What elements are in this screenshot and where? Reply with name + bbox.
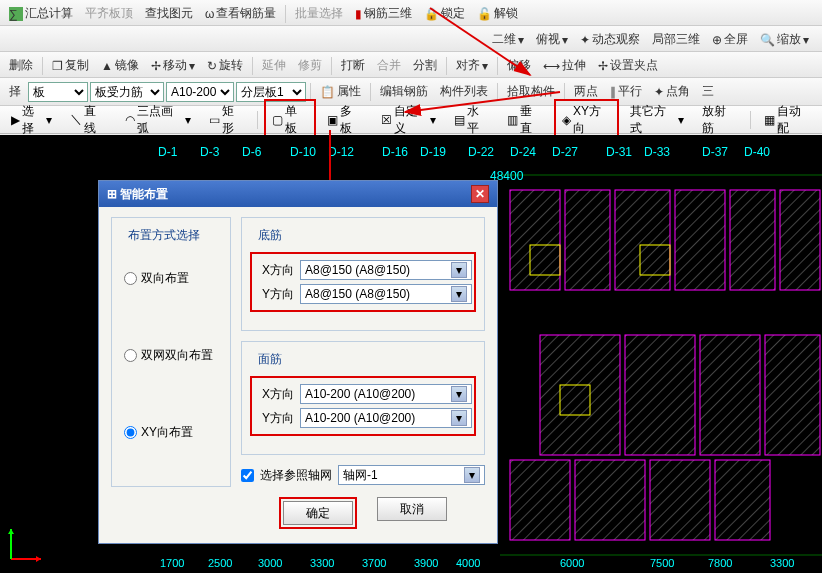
board-select[interactable]: 板	[28, 82, 88, 102]
axis-d10: D-10	[290, 145, 316, 159]
split-button[interactable]: 分割	[408, 54, 442, 77]
radio-xy-input[interactable]	[124, 426, 137, 439]
local-3d-button[interactable]: 局部三维	[647, 28, 705, 51]
ok-button[interactable]: 确定	[283, 501, 353, 525]
mirror-button[interactable]: ▲ 镜像	[96, 54, 144, 77]
bottom-x-label: X方向	[254, 262, 294, 279]
radio-dblnet-input[interactable]	[124, 349, 137, 362]
multi-board-opt[interactable]: ▣ 多板	[320, 100, 370, 140]
align-button[interactable]: 对齐 ▾	[451, 54, 493, 77]
radio-xy-label: XY向布置	[141, 424, 193, 441]
line-opt[interactable]: ＼ 直线	[63, 100, 114, 140]
svg-rect-4	[565, 190, 610, 290]
rebar-spec-select[interactable]: A10-200	[166, 82, 234, 102]
find-elem-button[interactable]: 查找图元	[140, 2, 198, 25]
axis-d12: D-12	[328, 145, 354, 159]
radio-bidirectional[interactable]: 双向布置	[124, 270, 218, 287]
other-opt[interactable]: 其它方式 ▾	[623, 100, 691, 140]
svg-rect-14	[575, 460, 645, 540]
select-opt[interactable]: ▶ 选择 ▾	[4, 100, 59, 140]
svg-rect-13	[510, 460, 570, 540]
axis-d22: D-22	[468, 145, 494, 159]
dynamic-view-button[interactable]: ✦ 动态观察	[575, 28, 645, 51]
ref-grid-checkbox[interactable]	[241, 469, 254, 482]
svg-rect-6	[675, 190, 725, 290]
copy-button[interactable]: ❐ 复制	[47, 54, 94, 77]
axis-d31: D-31	[606, 145, 632, 159]
auto-opt[interactable]: ▦ 自动配	[757, 100, 818, 140]
dim-b-7: 6000	[560, 557, 584, 569]
horiz-opt[interactable]: ▤ 水平	[447, 100, 497, 140]
batch-select-button[interactable]: 批量选择	[290, 2, 348, 25]
axis-d3: D-3	[200, 145, 219, 159]
rotate-button[interactable]: ↻ 旋转	[202, 54, 248, 77]
bottom-y-label: Y方向	[254, 286, 294, 303]
dialog-close-button[interactable]: ✕	[471, 185, 489, 203]
chevron-down-icon[interactable]: ▾	[451, 410, 467, 426]
trim-button[interactable]: 修剪	[293, 54, 327, 77]
svg-rect-8	[780, 190, 820, 290]
chevron-down-icon[interactable]: ▾	[451, 386, 467, 402]
board-rebar-select[interactable]: 板受力筋	[90, 82, 164, 102]
svg-rect-10	[625, 335, 695, 455]
chevron-down-icon[interactable]: ▾	[451, 286, 467, 302]
dim-b-6: 4000	[456, 557, 480, 569]
top-y-combo[interactable]: A10-200 (A10@200)▾	[300, 408, 472, 428]
zoom-button[interactable]: 🔍 缩放 ▾	[755, 28, 814, 51]
ref-grid-label: 选择参照轴网	[260, 467, 332, 484]
svg-marker-21	[36, 556, 41, 562]
dim-b-1: 2500	[208, 557, 232, 569]
chevron-down-icon[interactable]: ▾	[464, 467, 480, 483]
move-button[interactable]: ✢ 移动 ▾	[146, 54, 200, 77]
top-x-label: X方向	[254, 386, 294, 403]
svg-rect-7	[730, 190, 775, 290]
delete-button[interactable]: 删除	[4, 54, 38, 77]
ref-grid-combo[interactable]: 轴网-1▾	[338, 465, 485, 485]
radial-opt[interactable]: 放射筋	[695, 100, 744, 140]
axis-d6: D-6	[242, 145, 261, 159]
vert-opt[interactable]: ▥ 垂直	[500, 100, 550, 140]
lock-button[interactable]: 🔒锁定	[419, 2, 470, 25]
top-view-button[interactable]: 俯视 ▾	[531, 28, 573, 51]
arc-opt[interactable]: ◠ 三点画弧 ▾	[118, 100, 198, 140]
cancel-button[interactable]: 取消	[377, 497, 447, 521]
grip-button[interactable]: ✢ 设置夹点	[593, 54, 663, 77]
dialog-title-text: ⊞ 智能布置	[107, 186, 168, 203]
svg-rect-16	[715, 460, 770, 540]
radio-double-net[interactable]: 双网双向布置	[124, 347, 218, 364]
svg-rect-9	[540, 335, 620, 455]
bottom-y-combo[interactable]: A8@150 (A8@150)▾	[300, 284, 472, 304]
toolbar-main-1: ∑汇总计算 平齐板顶 查找图元 ω 查看钢筋量 批量选择 ▮钢筋三维 🔒锁定 🔓…	[0, 0, 822, 26]
radio-bidir-label: 双向布置	[141, 270, 189, 287]
rebar-3d-button[interactable]: ▮钢筋三维	[350, 2, 417, 25]
extend-button[interactable]: 延伸	[257, 54, 291, 77]
bottom-x-combo[interactable]: A8@150 (A8@150)▾	[300, 260, 472, 280]
dim-b-9: 7800	[708, 557, 732, 569]
view-rebar-button[interactable]: ω 查看钢筋量	[200, 2, 281, 25]
unlock-button[interactable]: 🔓解锁	[472, 2, 523, 25]
radio-xy[interactable]: XY向布置	[124, 424, 218, 441]
dim-b-4: 3700	[362, 557, 386, 569]
stretch-button[interactable]: ⟷ 拉伸	[538, 54, 591, 77]
ucs-icon	[6, 524, 46, 567]
axis-d16: D-16	[382, 145, 408, 159]
fullscreen-button[interactable]: ⊕ 全屏	[707, 28, 753, 51]
dim-b-5: 3900	[414, 557, 438, 569]
dim-b-2: 3000	[258, 557, 282, 569]
offset-button[interactable]: 偏移	[502, 54, 536, 77]
top-y-label: Y方向	[254, 410, 294, 427]
chevron-down-icon[interactable]: ▾	[451, 262, 467, 278]
break-button[interactable]: 打断	[336, 54, 370, 77]
calc-button[interactable]: ∑汇总计算	[4, 2, 78, 25]
align-board-button[interactable]: 平齐板顶	[80, 2, 138, 25]
top-x-combo[interactable]: A10-200 (A10@200)▾	[300, 384, 472, 404]
svg-rect-11	[700, 335, 760, 455]
2d-button[interactable]: 二维 ▾	[487, 28, 529, 51]
axis-d27: D-27	[552, 145, 578, 159]
merge-button[interactable]: 合并	[372, 54, 406, 77]
dialog-titlebar[interactable]: ⊞ 智能布置 ✕	[99, 181, 497, 207]
dim-b-0: 1700	[160, 557, 184, 569]
radio-bidir-input[interactable]	[124, 272, 137, 285]
rect-opt[interactable]: ▭ 矩形	[202, 100, 252, 140]
custom-opt[interactable]: ☒ 自定义 ▾	[374, 100, 443, 140]
